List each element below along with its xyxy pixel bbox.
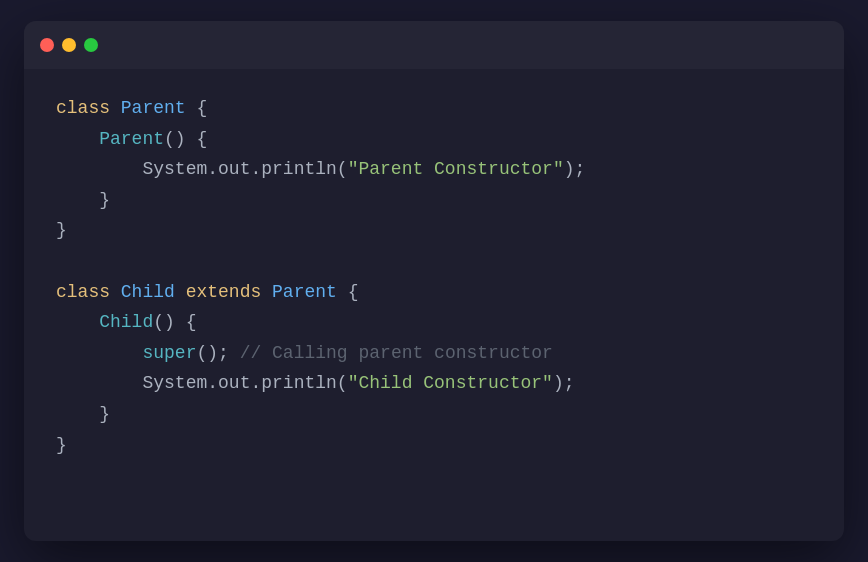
cm-token: // Calling parent constructor: [240, 343, 553, 363]
code-line: System.out.println("Child Constructor");: [56, 368, 812, 399]
cn-token: Parent: [121, 98, 186, 118]
code-line: }: [56, 399, 812, 430]
kw-token: class: [56, 98, 121, 118]
fn-token: Parent: [99, 129, 164, 149]
plain-token: [56, 159, 142, 179]
code-line: }: [56, 185, 812, 216]
code-line: }: [56, 430, 812, 461]
close-button[interactable]: [40, 38, 54, 52]
minimize-button[interactable]: [62, 38, 76, 52]
plain-token: [56, 129, 99, 149]
code-line: super(); // Calling parent constructor: [56, 338, 812, 369]
plain-token: () {: [153, 312, 196, 332]
maximize-button[interactable]: [84, 38, 98, 52]
plain-token: );: [553, 373, 575, 393]
titlebar: [24, 21, 844, 69]
cn-token: Child: [121, 282, 186, 302]
code-window: class Parent { Parent() { System.out.pri…: [24, 21, 844, 541]
plain-token: );: [564, 159, 586, 179]
sys-token: System.out.println(: [142, 159, 347, 179]
plain-token: {: [186, 98, 208, 118]
plain-token: }: [56, 435, 67, 455]
fn-token: super: [142, 343, 196, 363]
fn-token: Child: [99, 312, 153, 332]
str-token: "Parent Constructor": [348, 159, 564, 179]
kw-token: class: [56, 282, 121, 302]
code-line: }: [56, 215, 812, 246]
plain-token: }: [56, 190, 110, 210]
plain-token: () {: [164, 129, 207, 149]
kw-token: extends: [186, 282, 272, 302]
code-line: class Child extends Parent {: [56, 277, 812, 308]
code-editor: class Parent { Parent() { System.out.pri…: [24, 69, 844, 484]
code-line: [56, 246, 812, 277]
str-token: "Child Constructor": [348, 373, 553, 393]
code-line: class Parent {: [56, 93, 812, 124]
plain-token: }: [56, 220, 67, 240]
plain-token: [56, 312, 99, 332]
plain-token: ();: [196, 343, 239, 363]
cn-token: Parent: [272, 282, 337, 302]
plain-token: {: [337, 282, 359, 302]
code-line: Child() {: [56, 307, 812, 338]
code-line: Parent() {: [56, 124, 812, 155]
plain-token: }: [56, 404, 110, 424]
code-line: System.out.println("Parent Constructor")…: [56, 154, 812, 185]
plain-token: [56, 343, 142, 363]
plain-token: [56, 373, 142, 393]
sys-token: System.out.println(: [142, 373, 347, 393]
